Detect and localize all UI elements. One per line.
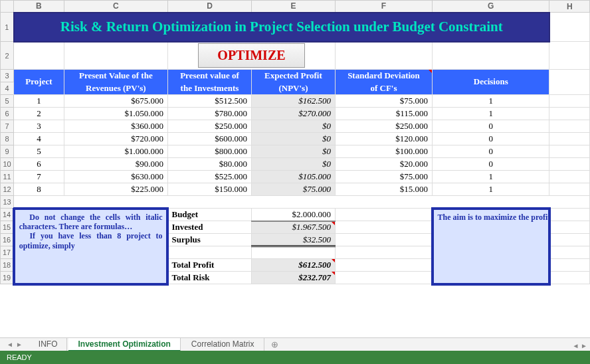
select-all[interactable] — [1, 1, 14, 13]
table-row: 106$90.000$80.000$0$20.0000 — [1, 158, 590, 171]
status-text: READY — [7, 353, 32, 361]
hdr-pv-inv-2: the Investments — [167, 82, 251, 95]
scroll-right-icon[interactable]: ◄ ► — [572, 342, 587, 349]
col-header-row: B C D E F G H — [1, 1, 590, 13]
hdr-profit-2: (NPV's) — [251, 82, 335, 95]
table-row: 128$225.000$150.000$75.000$15.0001 — [1, 183, 590, 196]
hdr-pv-inv-1: Present value of — [167, 70, 251, 82]
surplus-label: Surplus — [167, 234, 251, 246]
sheet-tab-bar: ◄ ► INFO Investment Optimization Correla… — [0, 337, 590, 351]
tab-info[interactable]: INFO — [29, 338, 68, 351]
col-G[interactable]: G — [433, 1, 549, 13]
total-risk-label: Total Risk — [167, 272, 251, 284]
worksheet-area[interactable]: B C D E F G H 1 Risk & Return Optimizati… — [0, 0, 590, 337]
invested-value[interactable]: $1.967.500 — [251, 221, 335, 234]
add-sheet-icon[interactable]: ⊕ — [266, 338, 284, 351]
table-row: 51$675.000$512.500$162.500$75.0001 — [1, 95, 590, 108]
tab-first-icon[interactable]: ◄ — [7, 341, 13, 348]
row-4[interactable]: 4 — [1, 82, 14, 95]
col-E[interactable]: E — [251, 1, 335, 13]
col-D[interactable]: D — [167, 1, 251, 13]
status-bar: READY — [0, 351, 590, 364]
hdr-pv-rev-1: Present Value of the — [64, 70, 167, 82]
tab-next-icon[interactable]: ► — [16, 341, 23, 348]
hdr-pv-rev-2: Revenues (PV's) — [64, 82, 167, 95]
grid: B C D E F G H 1 Risk & Return Optimizati… — [0, 0, 590, 286]
tab-investment-optimization[interactable]: Investment Optimization — [68, 338, 180, 351]
hdr-decisions: Decisions — [433, 70, 549, 95]
tab-nav: ◄ ► — [0, 341, 29, 348]
hdr-std-2: of CF's — [335, 82, 432, 95]
optimize-button[interactable]: OPTIMIZE — [198, 43, 304, 68]
table-row: 117$630.000$525.000$105.000$75.0001 — [1, 171, 590, 183]
note-left: Do not change the cells with italic char… — [14, 209, 168, 284]
row-3[interactable]: 3 — [1, 70, 14, 82]
row-1[interactable]: 1 — [1, 13, 14, 42]
surplus-value[interactable]: $32.500 — [251, 234, 335, 246]
table-row: 84$720.000$600.000$0$120.0000 — [1, 133, 590, 145]
col-C[interactable]: C — [64, 1, 167, 13]
note-right: The aim is to maximize the profit over r… — [433, 209, 549, 284]
total-profit-value[interactable]: $612.500 — [251, 259, 335, 272]
row-2[interactable]: 2 — [1, 42, 14, 70]
col-F[interactable]: F — [335, 1, 432, 13]
title-banner: Risk & Return Optimization in Project Se… — [14, 13, 549, 42]
hdr-std-1: Standard Deviation — [335, 70, 432, 82]
table-row: 95$1.000.000$800.000$0$100.0000 — [1, 145, 590, 158]
col-B[interactable]: B — [14, 1, 64, 13]
optimize-cell: OPTIMIZE — [167, 42, 335, 70]
hdr-project: Project — [14, 70, 64, 95]
invested-label: Invested — [167, 221, 251, 234]
budget-label: Budget — [167, 209, 251, 221]
total-risk-value[interactable]: $232.707 — [251, 272, 335, 284]
tab-correlation-matrix[interactable]: Correlation Matrix — [182, 338, 264, 351]
col-H[interactable]: H — [549, 1, 590, 13]
budget-value[interactable]: $2.000.000 — [251, 209, 335, 221]
table-row: 73$360.000$250.000$0$250.0000 — [1, 120, 590, 133]
hdr-profit-1: Expected Profit — [251, 70, 335, 82]
table-row: 62$1.050.000$780.000$270.000$115.0001 — [1, 108, 590, 120]
total-profit-label: Total Profit — [167, 259, 251, 272]
